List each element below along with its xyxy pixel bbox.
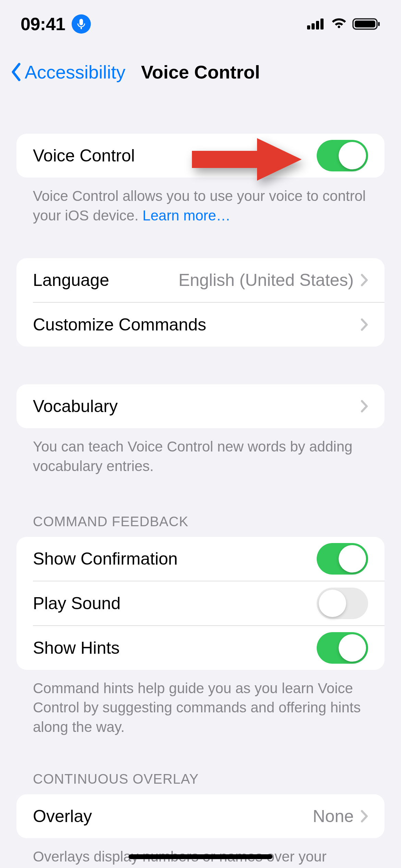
overlay-label: Overlay	[33, 806, 313, 826]
row-vocabulary[interactable]: Vocabulary	[16, 384, 385, 428]
svg-rect-5	[355, 21, 375, 27]
voice-control-toggle[interactable]	[317, 140, 368, 171]
back-button[interactable]: Accessibility	[10, 61, 125, 83]
show-hints-label: Show Hints	[33, 638, 317, 658]
command-feedback-footer: Command hints help guide you as you lear…	[16, 670, 385, 737]
overlay-value: None	[313, 806, 354, 826]
row-play-sound: Play Sound	[16, 581, 385, 625]
continuous-overlay-footer: Overlays display numbers or names over y…	[16, 838, 385, 868]
svg-rect-2	[316, 21, 319, 29]
show-confirmation-toggle[interactable]	[317, 543, 368, 575]
svg-rect-3	[320, 19, 324, 29]
show-confirmation-label: Show Confirmation	[33, 549, 317, 569]
page-title: Voice Control	[141, 61, 260, 83]
svg-rect-0	[307, 25, 310, 29]
play-sound-toggle[interactable]	[317, 588, 368, 619]
vocabulary-footer: You can teach Voice Control new words by…	[16, 428, 385, 476]
row-show-confirmation: Show Confirmation	[16, 537, 385, 581]
show-hints-toggle[interactable]	[317, 632, 368, 664]
row-show-hints: Show Hints	[16, 626, 385, 670]
voice-control-footer: Voice Control allows you to use your voi…	[16, 178, 385, 225]
svg-rect-6	[378, 22, 380, 26]
continuous-overlay-header: CONTINUOUS OVERLAY	[16, 771, 385, 794]
chevron-right-icon	[361, 810, 368, 823]
language-value: English (United States)	[179, 270, 354, 290]
nav-bar: Accessibility Voice Control	[0, 48, 401, 96]
section-vocabulary: Vocabulary You can teach Voice Control n…	[16, 384, 385, 476]
chevron-right-icon	[361, 274, 368, 287]
section-language: Language English (United States) Customi…	[16, 258, 385, 347]
cellular-icon	[307, 18, 326, 30]
mic-icon	[72, 14, 91, 34]
status-left: 09:41	[21, 14, 91, 34]
voice-control-label: Voice Control	[33, 146, 317, 166]
wifi-icon	[330, 18, 348, 30]
chevron-left-icon	[10, 63, 22, 81]
language-label: Language	[33, 270, 179, 290]
row-voice-control: Voice Control	[16, 134, 385, 178]
section-continuous-overlay: CONTINUOUS OVERLAY Overlay None Overlays…	[16, 771, 385, 868]
learn-more-link[interactable]: Learn more…	[143, 207, 231, 224]
vocabulary-label: Vocabulary	[33, 396, 361, 416]
section-command-feedback: COMMAND FEEDBACK Show Confirmation Play …	[16, 514, 385, 737]
battery-icon	[352, 17, 380, 31]
chevron-right-icon	[361, 400, 368, 413]
row-language[interactable]: Language English (United States)	[16, 258, 385, 302]
status-time: 09:41	[21, 14, 65, 34]
status-bar: 09:41	[0, 0, 401, 48]
row-customize-commands[interactable]: Customize Commands	[16, 303, 385, 347]
home-indicator[interactable]	[129, 854, 272, 859]
customize-commands-label: Customize Commands	[33, 315, 361, 335]
play-sound-label: Play Sound	[33, 593, 317, 613]
command-feedback-header: COMMAND FEEDBACK	[16, 514, 385, 537]
section-voice-control: Voice Control Voice Control allows you t…	[16, 134, 385, 225]
chevron-right-icon	[361, 318, 368, 331]
svg-rect-1	[312, 23, 315, 29]
status-right	[307, 17, 380, 31]
back-label: Accessibility	[25, 61, 125, 83]
row-overlay[interactable]: Overlay None	[16, 794, 385, 838]
